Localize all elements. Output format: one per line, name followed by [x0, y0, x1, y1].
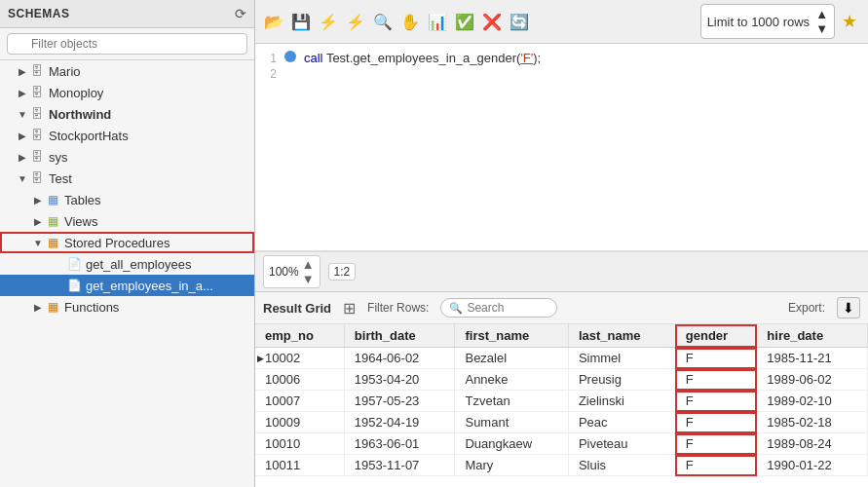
- limit-label: Limit to 1000 rows: [707, 15, 811, 29]
- save-button[interactable]: 💾: [288, 9, 314, 34]
- col-hire-date: hire_date: [757, 324, 868, 348]
- tree-item-monoploy[interactable]: ▶ 🗄 Monoploy: [0, 82, 254, 103]
- limit-select[interactable]: Limit to 1000 rows ▲▼: [700, 4, 835, 39]
- tree-item-views[interactable]: ▶ ▦ Views: [0, 210, 254, 232]
- cell-r1-c5: 1989-06-02: [757, 369, 868, 391]
- commit-button[interactable]: ✅: [452, 9, 477, 34]
- tree-item-stored-procedures[interactable]: ▼ ▦ Stored Procedures: [0, 232, 254, 253]
- export-label: Export:: [788, 301, 825, 315]
- table-row: 100111953-11-07MarySluisF1990-01-22: [255, 455, 868, 476]
- zoom-control[interactable]: 100% ▲▼: [263, 255, 321, 288]
- cell-r5-c4: F: [675, 455, 757, 476]
- col-gender: gender: [675, 324, 757, 348]
- cell-r1-c3: Preusig: [568, 369, 675, 391]
- cell-r2-c3: Zielinski: [568, 391, 675, 412]
- schema-icon-sys: 🗄: [29, 149, 45, 165]
- filter-input[interactable]: [7, 33, 247, 55]
- search-box[interactable]: 🔍: [440, 298, 557, 318]
- tree-item-stockporthats[interactable]: ▶ 🗄 StockportHats: [0, 125, 254, 146]
- tree-item-functions[interactable]: ▶ ▦ Functions: [0, 296, 254, 318]
- cell-r2-c0: 10007: [255, 391, 344, 412]
- label-mario: Mario: [49, 64, 81, 79]
- table-body: 100021964-06-02BezalelSimmelF1985-11-211…: [255, 348, 868, 476]
- arrow-mario: ▶: [16, 66, 29, 77]
- label-views: Views: [64, 214, 97, 229]
- proc-item-icon-get-employees-in: 📄: [66, 278, 82, 293]
- cell-r0-c5: 1985-11-21: [757, 348, 868, 369]
- cell-r4-c0: 10010: [255, 433, 344, 455]
- cell-r0-c0: 10002: [255, 348, 344, 369]
- result-table: emp_no birth_date first_name last_name g…: [255, 324, 868, 476]
- line-number-2: 2: [255, 67, 284, 81]
- cell-r3-c4: F: [675, 412, 757, 433]
- proc-item-icon-get-all: 📄: [66, 256, 82, 272]
- arrow-stockporthats: ▶: [16, 131, 29, 141]
- cell-r1-c4: F: [675, 369, 757, 391]
- col-first-name: first_name: [455, 324, 568, 348]
- cell-r0-c1: 1964-06-02: [344, 348, 455, 369]
- zoom-arrows: ▲▼: [302, 257, 315, 286]
- label-sys: sys: [49, 150, 68, 165]
- arrow-test: ▼: [16, 173, 29, 184]
- tree-item-get-all-employees[interactable]: 📄 get_all_employees: [0, 253, 254, 275]
- cell-r4-c3: Piveteau: [568, 433, 675, 455]
- query-line-2: 2: [255, 66, 868, 82]
- schema-tree: ▶ 🗄 Mario ▶ 🗄 Monoploy ▼ 🗄 Northwind ▶ 🗄…: [0, 60, 254, 487]
- search-icon: 🔍: [449, 302, 463, 315]
- cell-r3-c1: 1952-04-19: [344, 412, 455, 433]
- tree-item-northwind[interactable]: ▼ 🗄 Northwind: [0, 103, 254, 125]
- explain-button[interactable]: 🔍: [370, 9, 396, 34]
- tree-item-sys[interactable]: ▶ 🗄 sys: [0, 146, 254, 168]
- import-button[interactable]: 📊: [425, 9, 450, 34]
- result-grid-tab[interactable]: Result Grid: [263, 301, 331, 316]
- star-button[interactable]: ★: [837, 9, 862, 34]
- tree-item-test[interactable]: ▼ 🗄 Test: [0, 168, 254, 189]
- schema-icon-northwind: 🗄: [29, 106, 45, 122]
- main-toolbar: 📂 💾 ⚡ ⚡ 🔍 ✋ 📊 ✅ ❌ 🔄 Limit to 1000 rows ▲…: [255, 0, 868, 44]
- tree-item-get-employees-in[interactable]: 📄 get_employees_in_a...: [0, 275, 254, 296]
- arrow-northwind: ▼: [16, 109, 29, 120]
- right-panel: 📂 💾 ⚡ ⚡ 🔍 ✋ 📊 ✅ ❌ 🔄 Limit to 1000 rows ▲…: [255, 0, 868, 487]
- cell-r2-c1: 1957-05-23: [344, 391, 455, 412]
- arrow-sys: ▶: [16, 152, 29, 163]
- breakpoint-dot[interactable]: [284, 51, 296, 62]
- schema-icon-mario: 🗄: [29, 63, 45, 79]
- code-call: call Test.get_employees_in_a_gender('F')…: [304, 51, 541, 65]
- cell-r5-c3: Sluis: [568, 455, 675, 476]
- filter-rows-label: Filter Rows:: [367, 301, 429, 315]
- table-icon-tables: ▦: [45, 192, 60, 207]
- refresh-button[interactable]: 🔄: [507, 9, 532, 34]
- cell-r4-c5: 1989-08-24: [757, 433, 868, 455]
- rollback-button[interactable]: ❌: [479, 9, 505, 34]
- schemas-header: SCHEMAS ⟳: [0, 0, 254, 28]
- query-editor[interactable]: 1 call Test.get_employees_in_a_gender('F…: [255, 44, 868, 251]
- table-row: 100061953-04-20AnnekePreusigF1989-06-02: [255, 369, 868, 391]
- cell-r1-c0: 10006: [255, 369, 344, 391]
- cell-r1-c1: 1953-04-20: [344, 369, 455, 391]
- open-button[interactable]: 📂: [261, 9, 286, 34]
- ratio-badge: 1:2: [328, 263, 357, 281]
- line-number-1: 1: [255, 52, 284, 65]
- schemas-refresh-icon[interactable]: ⟳: [235, 6, 246, 21]
- search-input[interactable]: [467, 301, 545, 315]
- grid-view-icon[interactable]: ⊞: [343, 299, 356, 318]
- col-emp-no: emp_no: [255, 324, 344, 348]
- stop-button[interactable]: ✋: [397, 9, 423, 34]
- execute-current-button[interactable]: ⚡: [343, 9, 368, 34]
- tree-item-mario[interactable]: ▶ 🗄 Mario: [0, 60, 254, 82]
- schema-icon-test: 🗄: [29, 170, 45, 186]
- arrow-tables: ▶: [31, 195, 45, 206]
- arrow-functions: ▶: [31, 302, 45, 313]
- cell-r0-c3: Simmel: [568, 348, 675, 369]
- cell-r5-c0: 10011: [255, 455, 344, 476]
- data-table-wrapper: emp_no birth_date first_name last_name g…: [255, 324, 868, 487]
- execute-button[interactable]: ⚡: [316, 9, 341, 34]
- label-get-all-employees: get_all_employees: [86, 257, 191, 272]
- export-button[interactable]: ⬇: [837, 297, 860, 318]
- cell-r3-c2: Sumant: [455, 412, 568, 433]
- tree-item-tables[interactable]: ▶ ▦ Tables: [0, 189, 254, 210]
- table-row: 100101963-06-01DuangkaewPiveteauF1989-08…: [255, 433, 868, 455]
- cell-r5-c5: 1990-01-22: [757, 455, 868, 476]
- cell-r2-c4: F: [675, 391, 757, 412]
- label-tables: Tables: [64, 193, 101, 207]
